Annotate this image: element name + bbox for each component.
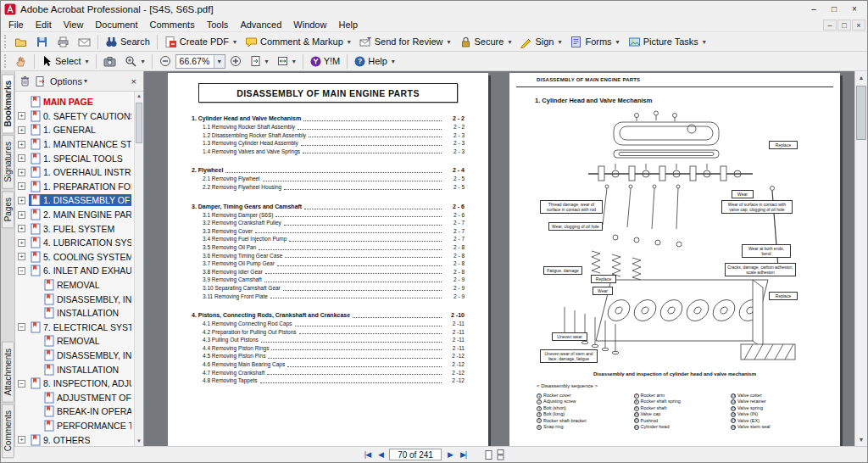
- toc-entry[interactable]: 3.4 Removing Fuel Injection Pump2 - 7: [192, 235, 465, 243]
- menu-file[interactable]: File: [3, 19, 30, 31]
- toc-section-entry[interactable]: 1. Cylinder Head and Valve Mechanism2 - …: [192, 114, 465, 123]
- toc-entry[interactable]: 4.3 Pulling Out Pistons2 -11: [192, 336, 465, 344]
- toc-entry[interactable]: 1.4 Removing Valves and Valve Springs2 -…: [192, 148, 465, 156]
- bookmark-main[interactable]: ADJUSTMENT OF E: [42, 392, 133, 404]
- zoom-tool-button[interactable]: [120, 53, 149, 70]
- doc-minimize-button[interactable]: –: [823, 20, 837, 31]
- toc-entry[interactable]: 3.1 Removing Damper (S6S)2 - 6: [192, 211, 465, 220]
- tab-pages[interactable]: Pages: [2, 191, 14, 228]
- bookmark-item[interactable]: +1. GENERAL: [18, 123, 133, 137]
- toc-entry[interactable]: 1.1 Removing Rocker Shaft Assembly2 - 2: [192, 123, 465, 131]
- send-for-review-button[interactable]: Send for Review: [355, 33, 455, 51]
- toolbar-grip[interactable]: [4, 54, 8, 68]
- toc-entry[interactable]: 2.2 Removing Flywheel Housing2 - 5: [192, 183, 465, 192]
- bookmark-main[interactable]: 7. ELECTRICAL SYSTE: [29, 321, 133, 333]
- open-button[interactable]: [10, 33, 31, 51]
- menu-window[interactable]: Window: [287, 19, 332, 31]
- bookmark-main[interactable]: 1. PREPARATION FOR: [29, 181, 133, 192]
- hand-tool-button[interactable]: [10, 53, 31, 70]
- bookmark-item[interactable]: REMOVAL: [18, 334, 133, 349]
- toolbar-grip[interactable]: [4, 35, 8, 48]
- go-to-bookmark-icon[interactable]: [35, 75, 46, 87]
- toc-entry[interactable]: 2.1 Removing Flywheel2 - 5: [192, 175, 465, 183]
- scroll-down-icon[interactable]: ▼: [135, 437, 143, 446]
- save-button[interactable]: [31, 33, 53, 51]
- bookmark-item[interactable]: +1. SPECIAL TOOLS: [18, 151, 133, 165]
- bookmark-item[interactable]: INSTALLATION: [18, 306, 133, 321]
- bookmark-item[interactable]: +9. OTHERS: [18, 432, 133, 446]
- bookmark-main[interactable]: 9. OTHERS: [29, 434, 92, 446]
- bookmark-main[interactable]: MAIN PAGE: [29, 96, 95, 108]
- bookmark-item[interactable]: DISASSEMBLY, INS: [18, 292, 133, 306]
- next-page-button[interactable]: ▶: [446, 450, 454, 459]
- bookmark-main[interactable]: 1. GENERAL: [29, 124, 97, 136]
- menu-view[interactable]: View: [58, 19, 90, 31]
- toc-entry[interactable]: 4.7 Removing Crankshaft2 -12: [192, 369, 465, 377]
- bookmark-item[interactable]: −8. INSPECTION, ADJU: [18, 377, 133, 391]
- yahoo-messenger-button[interactable]: Y!M: [306, 53, 345, 70]
- bookmark-main[interactable]: 4. LUBRICATION SYST: [29, 237, 133, 248]
- toc-entry[interactable]: 4.2 Preparation for Pulling Out Pistons2…: [192, 328, 465, 337]
- prev-page-button[interactable]: ◀: [376, 450, 385, 459]
- menu-advanced[interactable]: Advanced: [234, 19, 287, 31]
- fit-page-button[interactable]: [246, 53, 273, 70]
- zoom-out-button[interactable]: [155, 53, 175, 70]
- bookmark-expander-icon[interactable]: −: [18, 267, 25, 275]
- toc-entry[interactable]: 4.4 Removing Piston Rings2 -11: [192, 344, 465, 353]
- bookmark-expander-icon[interactable]: +: [18, 182, 25, 190]
- bookmark-expander-icon[interactable]: +: [18, 436, 25, 443]
- toc-entry[interactable]: 3.9 Removing Camshaft2 - 9: [192, 276, 465, 284]
- toc-entry[interactable]: 3.6 Removing Timing Gear Case2 - 8: [192, 252, 465, 260]
- page-number-field[interactable]: 70 of 241: [389, 449, 442, 460]
- tab-signatures[interactable]: Signatures: [2, 135, 14, 189]
- bookmark-main[interactable]: REMOVAL: [42, 279, 102, 291]
- bookmark-main[interactable]: 2. MAIN ENGINE PART: [29, 209, 133, 220]
- toc-entry[interactable]: 3.8 Removing Idler Gear2 - 8: [192, 268, 465, 276]
- bookmark-expander-icon[interactable]: +: [18, 126, 25, 134]
- bookmark-item[interactable]: +4. LUBRICATION SYST: [18, 236, 133, 250]
- bookmark-expander-icon[interactable]: +: [18, 225, 25, 232]
- bookmark-main[interactable]: 1. MAINTENANCE STA: [29, 138, 133, 150]
- bookmark-expander-icon[interactable]: +: [18, 169, 25, 176]
- secure-button[interactable]: Secure: [455, 33, 516, 51]
- tab-attachments[interactable]: Attachments: [2, 342, 14, 403]
- bookmark-item[interactable]: +3. FUEL SYSTEM: [18, 221, 133, 236]
- select-tool-button[interactable]: Select: [37, 53, 93, 70]
- toc-entry[interactable]: 3.10 Separating Camshaft Gear2 - 9: [192, 284, 465, 293]
- scroll-down-icon[interactable]: ▼: [855, 433, 867, 446]
- bookmark-item[interactable]: ADJUSTMENT OF E: [18, 390, 133, 404]
- menu-tools[interactable]: Tools: [201, 19, 235, 31]
- bookmark-item[interactable]: +1. MAINTENANCE STA: [18, 137, 133, 152]
- bookmark-expander-icon[interactable]: +: [18, 197, 25, 204]
- toc-entry[interactable]: 1.3 Removing Cylinder Head Assembly2 - 3: [192, 139, 465, 148]
- bookmark-main[interactable]: 1. SPECIAL TOOLS: [29, 153, 125, 165]
- bookmark-item[interactable]: +5. COOLING SYSTEM: [18, 250, 133, 265]
- toc-entry[interactable]: 4.6 Removing Main Bearing Caps2 -12: [192, 360, 465, 369]
- create-pdf-button[interactable]: Create PDF: [160, 33, 241, 51]
- fit-width-button[interactable]: [273, 53, 300, 70]
- doc-close-button[interactable]: ×: [852, 20, 865, 31]
- bookmark-item[interactable]: +1. PREPARATION FOR: [18, 180, 133, 194]
- document-area[interactable]: DISASSEMBLY OF MAIN ENGINE PARTS 1. Cyli…: [144, 71, 854, 446]
- bookmark-item[interactable]: INSTALLATION: [18, 362, 133, 377]
- delete-bookmark-icon[interactable]: [19, 75, 31, 87]
- menu-edit[interactable]: Edit: [30, 19, 58, 31]
- scrollbar-thumb[interactable]: [856, 86, 866, 140]
- last-page-button[interactable]: ▶|: [459, 450, 468, 459]
- pdf-page-right[interactable]: DISASSEMBLY OF MAIN ENGINE PARTS 1. Cyli…: [509, 73, 840, 446]
- panel-close-button[interactable]: ×: [129, 76, 139, 86]
- bookmark-item[interactable]: +1. DISASSEMBLY OF: [18, 193, 133, 208]
- doc-restore-button[interactable]: □: [837, 20, 851, 31]
- menu-comments[interactable]: Comments: [144, 19, 201, 31]
- bookmark-main[interactable]: 1. DISASSEMBLY OF: [29, 194, 131, 206]
- minimize-button[interactable]: –: [804, 3, 823, 16]
- bookmark-main[interactable]: INSTALLATION: [42, 307, 120, 319]
- bookmark-expander-icon[interactable]: +: [18, 154, 25, 162]
- close-button[interactable]: ×: [845, 3, 864, 16]
- toc-entry[interactable]: 4.5 Removing Piston Pins2 -12: [192, 352, 465, 360]
- bookmark-expander-icon[interactable]: +: [18, 211, 25, 219]
- continuous-view-icon[interactable]: [496, 449, 505, 460]
- bookmark-main[interactable]: BREAK-IN OPERAT: [42, 405, 133, 417]
- scroll-up-icon[interactable]: ▲: [135, 92, 143, 101]
- forms-button[interactable]: Forms: [565, 33, 623, 51]
